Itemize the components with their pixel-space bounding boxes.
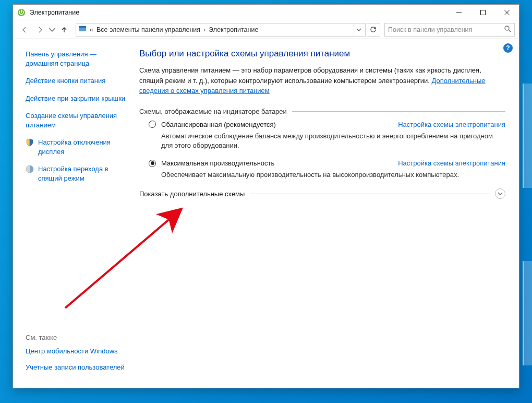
show-additional-plans[interactable]: Показать дополнительные схемы xyxy=(139,188,505,199)
search-icon xyxy=(504,25,511,34)
control-panel-icon xyxy=(78,25,87,34)
plan-balanced-radio[interactable]: Сбалансированная (рекомендуется) xyxy=(149,121,276,128)
page-title: Выбор или настройка схемы управления пит… xyxy=(139,49,505,59)
svg-point-4 xyxy=(505,26,509,30)
plan-balanced-desc: Автоматическое соблюдение баланса между … xyxy=(161,132,505,151)
see-also-user-accounts[interactable]: Учетные записи пользователей xyxy=(26,363,129,372)
see-also-mobility-center[interactable]: Центр мобильности Windows xyxy=(26,347,129,356)
plans-group-header: Схемы, отображаемые на индикаторе батаре… xyxy=(139,108,505,115)
plans-group-label: Схемы, отображаемые на индикаторе батаре… xyxy=(139,108,287,115)
shield-icon xyxy=(26,138,34,147)
radio-icon xyxy=(149,121,156,128)
maximize-button[interactable] xyxy=(471,5,495,20)
help-icon[interactable]: ? xyxy=(503,43,513,53)
back-button[interactable] xyxy=(17,22,32,37)
power-plan-balanced: Сбалансированная (рекомендуется) Настрой… xyxy=(149,121,505,151)
radio-checked-icon xyxy=(149,160,156,167)
see-also-label: См. также xyxy=(26,334,129,341)
sidebar-item-power-button[interactable]: Действие кнопки питания xyxy=(26,76,129,86)
sidebar-item-create-plan[interactable]: Создание схемы управления питанием xyxy=(26,111,129,129)
sidebar-item-display-off[interactable]: Настройка отключения дисплея xyxy=(38,138,129,156)
titlebar: Электропитание xyxy=(13,5,519,20)
breadcrumb-seg-2[interactable]: Электропитание xyxy=(209,26,258,33)
up-button[interactable] xyxy=(57,22,71,37)
search-placeholder: Поиск в панели управления xyxy=(388,26,501,33)
chevron-down-icon xyxy=(495,188,505,199)
expander-label: Показать дополнительные схемы xyxy=(139,190,245,198)
refresh-button[interactable] xyxy=(367,23,380,37)
main-panel: ? Выбор или настройка схемы управления п… xyxy=(137,39,519,388)
power-plan-high-performance: Максимальная производительность Настройк… xyxy=(149,159,505,180)
window-title: Электропитание xyxy=(30,9,79,16)
sidebar-item-sleep[interactable]: Настройка перехода в спящий режим xyxy=(38,164,129,183)
plan-balanced-name: Сбалансированная (рекомендуется) xyxy=(161,121,276,128)
forward-button[interactable] xyxy=(33,22,47,37)
address-bar: « Все элементы панели управления › Элект… xyxy=(13,20,519,39)
intro-text: Схема управления питанием — это набор па… xyxy=(139,65,505,96)
window: Электропитание « Все элементы панели упр… xyxy=(13,4,519,388)
recent-dropdown[interactable] xyxy=(49,22,56,37)
breadcrumb-seg-1[interactable]: Все элементы панели управления xyxy=(96,26,200,33)
breadcrumb-sep: › xyxy=(203,26,205,33)
sidebar-home-link[interactable]: Панель управления — домашняя страница xyxy=(26,50,129,68)
power-options-icon xyxy=(17,8,26,17)
plan-high-perf-radio[interactable]: Максимальная производительность xyxy=(149,159,274,167)
shield-icon xyxy=(26,165,34,173)
plan-balanced-settings-link[interactable]: Настройка схемы электропитания xyxy=(398,121,505,128)
breadcrumb[interactable]: « Все элементы панели управления › Элект… xyxy=(76,23,366,37)
intro-body: Схема управления питанием — это набор па… xyxy=(139,66,481,85)
plan-high-perf-name: Максимальная производительность xyxy=(161,159,274,167)
close-button[interactable] xyxy=(495,5,519,20)
search-input[interactable]: Поиск в панели управления xyxy=(384,23,515,37)
plan-high-perf-settings-link[interactable]: Настройка схемы электропитания xyxy=(398,159,505,167)
sidebar-item-lid-close[interactable]: Действие при закрытии крышки xyxy=(26,94,129,103)
svg-rect-1 xyxy=(481,10,486,15)
plan-high-perf-desc: Обеспечивает максимальную производительн… xyxy=(161,170,505,180)
breadcrumb-chevrons: « xyxy=(90,26,93,33)
sidebar-see-also: См. также Центр мобильности Windows Учет… xyxy=(26,334,129,380)
minimize-button[interactable] xyxy=(447,5,471,20)
svg-rect-3 xyxy=(79,26,86,28)
sidebar: Панель управления — домашняя страница Де… xyxy=(13,39,137,388)
breadcrumb-dropdown[interactable] xyxy=(354,23,363,36)
